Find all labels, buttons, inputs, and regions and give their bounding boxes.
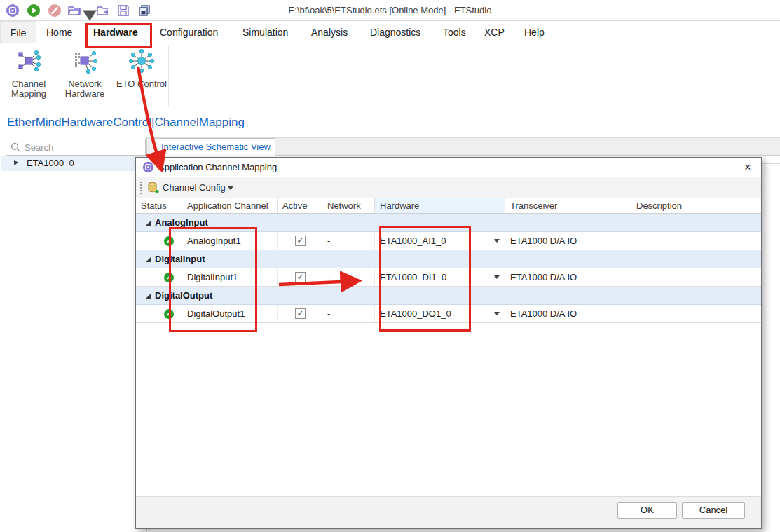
cell-application-channel: AnalogInput1 — [182, 232, 278, 250]
menu-simulation[interactable]: Simulation — [242, 21, 288, 43]
dropdown-icon[interactable] — [494, 239, 500, 243]
cell-description — [631, 305, 761, 322]
tree-item-eta1000[interactable]: ETA1000_0 — [1, 156, 146, 171]
column-header-description[interactable]: Description — [631, 198, 761, 213]
ribbon-label: ETO Control — [114, 79, 169, 89]
group-expander-icon — [146, 257, 151, 262]
cell-network: - — [322, 268, 375, 286]
close-icon[interactable] — [740, 160, 755, 175]
ribbon: Channel Mapping Network Hardware — [0, 43, 780, 109]
group-label: DigitalInput — [155, 250, 205, 268]
column-header-transceiver[interactable]: Transceiver — [505, 198, 631, 213]
ribbon-label: Network Hardware — [57, 79, 112, 99]
network-hardware-icon — [71, 48, 98, 74]
menu-file[interactable]: File — [0, 21, 36, 43]
active-checkbox[interactable] — [295, 236, 306, 246]
dialog-logo-icon — [142, 161, 154, 173]
active-checkbox[interactable] — [295, 272, 306, 282]
cell-application-channel: DigitalOutput1 — [182, 305, 278, 322]
column-header-hardware[interactable]: Hardware — [375, 198, 505, 213]
cell-description — [631, 232, 761, 250]
ribbon-channel-mapping-button[interactable]: Channel Mapping — [1, 48, 56, 99]
channel-config-button[interactable]: Channel Config — [163, 177, 226, 198]
table-header: Status Application Channel Active Networ… — [136, 198, 761, 214]
window-edge — [1, 110, 1, 532]
dialog-footer: OK Cancel — [136, 496, 761, 528]
active-checkbox[interactable] — [295, 308, 306, 319]
group-row-digitaloutput[interactable]: DigitalOutput — [136, 287, 761, 305]
page-title: EtherMindHardwareControl|ChannelMapping — [7, 116, 245, 130]
status-ok-icon — [164, 273, 174, 282]
group-row-digitalinput[interactable]: DigitalInput — [136, 250, 761, 268]
expand-arrow-icon[interactable] — [14, 160, 18, 165]
cell-description — [631, 268, 761, 286]
table-row-digitalinput1[interactable]: DigitalInput1 - ETA1000_DI1_0 ETA1000 D/… — [136, 268, 761, 287]
ribbon-separator — [57, 46, 57, 107]
dropdown-icon[interactable] — [494, 312, 500, 315]
ribbon-label: Channel Mapping — [1, 79, 56, 99]
tab-interactive-schematic-view[interactable]: Interactive Schematic View — [153, 138, 275, 156]
dialog-empty-area — [136, 323, 761, 496]
document-tabstrip: Interactive Schematic View — [147, 137, 780, 156]
column-header-network[interactable]: Network — [322, 198, 375, 213]
ribbon-separator — [168, 46, 169, 107]
cell-network: - — [322, 232, 375, 250]
search-box — [6, 139, 146, 156]
menu-bar: File Home Hardware Configuration Simulat… — [0, 21, 780, 43]
channel-config-icon — [146, 182, 159, 194]
menu-help[interactable]: Help — [524, 21, 545, 43]
hardware-dropdown[interactable]: ETA1000_DI1_0 — [375, 268, 505, 286]
menu-analysis[interactable]: Analysis — [311, 21, 348, 43]
cell-network: - — [322, 305, 375, 322]
hardware-value: ETA1000_DI1_0 — [380, 268, 446, 286]
status-ok-icon — [164, 309, 174, 319]
status-ok-icon — [164, 236, 174, 246]
hardware-dropdown[interactable]: ETA1000_AI1_0 — [375, 232, 505, 250]
cancel-button[interactable]: Cancel — [682, 502, 745, 519]
window-title: E:\bf\oak\5\ETStudio.ets [Online Mode] -… — [0, 0, 780, 21]
window-titlebar: E:\bf\oak\5\ETStudio.ets [Online Mode] -… — [0, 0, 780, 21]
column-header-active[interactable]: Active — [278, 198, 322, 213]
dropdown-icon[interactable] — [494, 275, 500, 279]
search-input[interactable] — [25, 140, 144, 154]
menu-tools[interactable]: Tools — [443, 21, 466, 43]
menu-hardware[interactable]: Hardware — [93, 21, 138, 43]
ribbon-network-hardware-button[interactable]: Network Hardware — [57, 48, 112, 99]
group-label: DigitalOutput — [155, 287, 212, 304]
eto-control-icon — [128, 48, 155, 74]
cell-application-channel: DigitalInput1 — [182, 268, 278, 286]
hardware-value: ETA1000_AI1_0 — [380, 232, 446, 250]
dialog-titlebar[interactable]: Application Channel Mapping — [136, 158, 761, 177]
etstudio-window: E:\bf\oak\5\ETStudio.ets [Online Mode] -… — [0, 0, 780, 532]
ok-button[interactable]: OK — [617, 502, 677, 519]
tree-item-label: ETA1000_0 — [27, 156, 74, 171]
table-row-digitaloutput1[interactable]: DigitalOutput1 - ETA1000_DO1_0 ETA1000 D… — [136, 305, 761, 323]
column-header-application-channel[interactable]: Application Channel — [182, 198, 278, 213]
menu-home[interactable]: Home — [46, 21, 72, 43]
menu-xcp[interactable]: XCP — [484, 21, 505, 43]
group-row-analoginput[interactable]: AnalogInput — [136, 214, 761, 232]
ribbon-separator — [114, 46, 114, 107]
group-expander-icon — [146, 293, 151, 299]
table-row-analoginput1[interactable]: AnalogInput1 - ETA1000_AI1_0 ETA1000 D/A… — [136, 232, 761, 250]
ribbon-eto-control-button[interactable]: ETO Control — [114, 48, 169, 89]
chevron-down-icon[interactable] — [228, 186, 233, 190]
panel-border — [6, 137, 6, 532]
group-label: AnalogInput — [155, 214, 208, 231]
group-expander-icon — [146, 220, 151, 226]
menu-diagnostics[interactable]: Diagnostics — [370, 21, 420, 43]
cell-transceiver: ETA1000 D/A IO — [505, 268, 631, 286]
hardware-value: ETA1000_DO1_0 — [380, 305, 451, 322]
cell-transceiver: ETA1000 D/A IO — [505, 232, 631, 250]
cell-transceiver: ETA1000 D/A IO — [505, 305, 631, 322]
dialog-toolbar: Channel Config — [136, 177, 761, 198]
application-channel-mapping-dialog: Application Channel Mapping Channel Conf… — [135, 157, 762, 529]
menu-configuration[interactable]: Configuration — [160, 21, 218, 43]
hardware-dropdown[interactable]: ETA1000_DO1_0 — [375, 305, 505, 322]
column-header-status[interactable]: Status — [136, 198, 182, 213]
search-icon — [11, 142, 20, 152]
dialog-title: Application Channel Mapping — [158, 158, 277, 177]
channel-mapping-icon — [15, 48, 42, 74]
toolbar-grip[interactable] — [139, 182, 142, 194]
